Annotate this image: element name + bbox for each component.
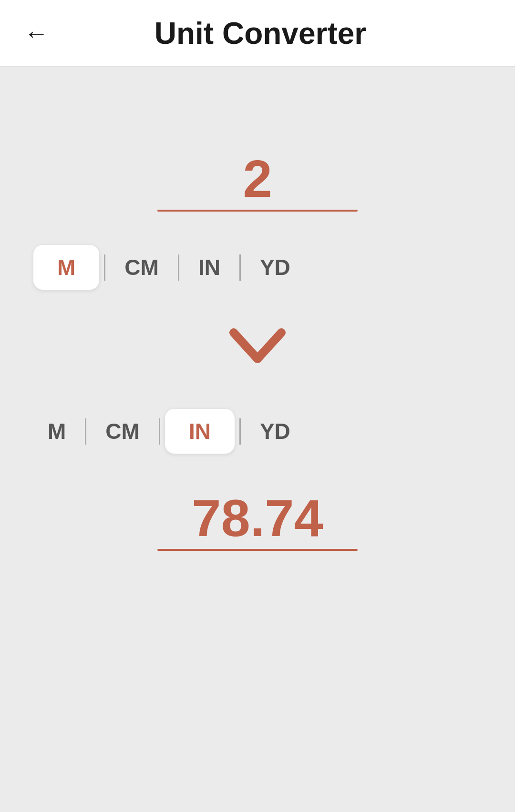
output-unit-in[interactable]: IN — [165, 409, 235, 454]
output-unit-cm[interactable]: CM — [91, 409, 154, 454]
chevron-section — [29, 328, 486, 366]
output-value: 78.74 — [192, 492, 323, 544]
unit-divider-2 — [178, 254, 179, 281]
output-section: 78.74 — [29, 492, 486, 551]
unit-divider-1 — [104, 254, 105, 281]
input-value[interactable]: 2 — [243, 152, 272, 205]
input-unit-m[interactable]: M — [33, 245, 99, 290]
output-unit-selector: M CM IN YD — [29, 409, 486, 454]
output-unit-yd[interactable]: YD — [246, 409, 305, 454]
unit-divider-3 — [239, 254, 241, 281]
page-title: Unit Converter — [63, 16, 458, 51]
input-unit-in[interactable]: IN — [184, 245, 235, 290]
input-unit-yd[interactable]: YD — [246, 245, 305, 290]
main-content: 2 M CM IN YD M CM IN YD 78.74 — [0, 67, 515, 812]
back-button[interactable]: ← — [19, 16, 53, 51]
unit-divider-5 — [159, 418, 160, 445]
output-underline — [157, 549, 358, 551]
unit-divider-4 — [85, 418, 86, 445]
input-unit-cm[interactable]: CM — [110, 245, 173, 290]
input-section: 2 — [29, 152, 486, 212]
chevron-down-icon — [229, 328, 286, 366]
header: ← Unit Converter — [0, 0, 515, 67]
input-underline — [157, 210, 358, 212]
output-unit-m[interactable]: M — [33, 409, 80, 454]
unit-divider-6 — [239, 418, 241, 445]
input-unit-selector: M CM IN YD — [29, 245, 486, 290]
